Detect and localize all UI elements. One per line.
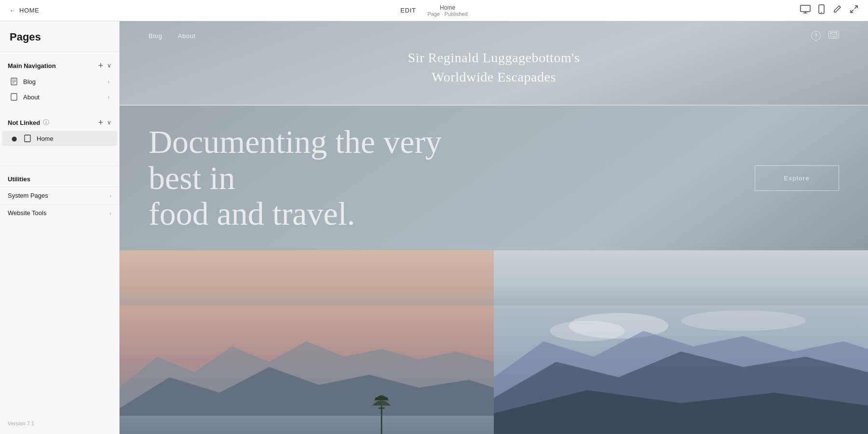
mountain-silhouette-left (120, 305, 494, 434)
svg-point-15 (550, 321, 624, 341)
main-navigation-actions: + ∨ (98, 61, 111, 70)
blog-page-icon (10, 78, 18, 85)
preview-image-right (494, 250, 868, 434)
preview-mail-icon[interactable] (828, 31, 839, 39)
main-navigation-section: Main Navigation + ∨ Blog › (0, 52, 119, 108)
not-linked-info-icon[interactable]: ⓘ (43, 118, 49, 127)
preview-nav: Blog About ? (120, 21, 868, 50)
website-tools-label: Website Tools (8, 209, 46, 217)
preview-search-icon[interactable]: ? (811, 31, 821, 41)
sidebar-item-blog-chevron: › (108, 79, 109, 84)
mobile-view-icon[interactable] (818, 4, 825, 16)
home-active-dot: ⬤ (10, 136, 18, 141)
main-navigation-add-button[interactable]: + (98, 61, 103, 70)
preview-site-title: Sir Reginald Luggagebottom's Worldwide E… (408, 48, 580, 86)
utilities-section: Utilities System Pages › Website Tools › (0, 165, 119, 221)
sidebar-title: Pages (0, 21, 119, 52)
preview-site-title-line2: Worldwide Escapades (408, 68, 580, 86)
preview-nav-about[interactable]: About (178, 32, 196, 40)
not-linked-add-button[interactable]: + (98, 118, 103, 127)
topbar-center: EDIT Home Page · Published (400, 4, 467, 17)
preview-hero-text: Documenting the very best in food and tr… (149, 124, 486, 232)
preview-header-divider (120, 105, 868, 106)
not-linked-actions: + ∨ (98, 118, 111, 127)
sidebar-item-about-left: About (10, 93, 40, 101)
preview-hero-line1: Documenting the very best in (149, 124, 486, 196)
preview-explore-button[interactable]: Explore (755, 165, 839, 191)
home-page-icon (23, 135, 32, 142)
desktop-view-icon[interactable] (800, 5, 811, 16)
main-navigation-chevron-icon[interactable]: ∨ (107, 62, 111, 69)
edit-mode-icon[interactable] (832, 4, 842, 16)
system-pages-chevron-icon: › (109, 193, 111, 199)
website-tools-chevron-icon: › (109, 210, 111, 216)
preview-images (120, 250, 868, 434)
sidebar-item-home[interactable]: ⬤ Home (2, 131, 117, 146)
svg-rect-10 (25, 135, 30, 142)
not-linked-label: Not Linked (8, 119, 40, 126)
content-area: Blog About ? Sir Reginald Luggagebottom'… (120, 21, 868, 434)
preview-hero-line2: food and travel. (149, 196, 486, 232)
sidebar-item-home-left: ⬤ Home (10, 135, 54, 142)
main-navigation-header: Main Navigation + ∨ (0, 59, 119, 74)
back-home-label[interactable]: HOME (19, 7, 40, 14)
main-navigation-label: Main Navigation (8, 62, 56, 69)
preview-nav-links: Blog About (149, 32, 196, 40)
preview-image-left (120, 250, 494, 434)
preview-site-title-line1: Sir Reginald Luggagebottom's (408, 48, 580, 67)
sidebar-item-website-tools[interactable]: Website Tools › (0, 204, 119, 221)
sidebar-item-about[interactable]: About › (2, 89, 117, 105)
preview-nav-icons: ? (811, 31, 839, 41)
main-layout: Pages Main Navigation + ∨ Blog › (0, 21, 868, 434)
sidebar-item-blog-label: Blog (23, 78, 36, 85)
preview-hero: Documenting the very best in food and tr… (120, 106, 868, 250)
sidebar-item-about-label: About (23, 94, 40, 101)
not-linked-section: Not Linked ⓘ + ∨ ⬤ Home (0, 108, 119, 150)
svg-rect-0 (800, 5, 810, 12)
svg-rect-9 (11, 94, 17, 100)
sidebar-item-system-pages[interactable]: System Pages › (0, 187, 119, 204)
edit-label[interactable]: EDIT (400, 7, 416, 14)
not-linked-chevron-icon[interactable]: ∨ (107, 119, 111, 126)
sidebar-item-blog-left: Blog (10, 78, 36, 85)
about-page-icon (10, 93, 18, 101)
not-linked-title-row: Not Linked ⓘ (8, 118, 49, 127)
page-name: Home (428, 4, 468, 11)
website-preview: Blog About ? Sir Reginald Luggagebottom'… (120, 21, 868, 434)
sidebar: Pages Main Navigation + ∨ Blog › (0, 21, 120, 434)
mountain-silhouette-right (494, 305, 868, 434)
svg-point-16 (681, 311, 806, 331)
back-arrow-icon: ← (10, 7, 15, 14)
expand-icon[interactable] (850, 5, 858, 16)
spacer (0, 150, 119, 162)
topbar: ← HOME EDIT Home Page · Published (0, 0, 868, 21)
topbar-left: ← HOME (10, 7, 40, 14)
sidebar-item-blog[interactable]: Blog › (2, 74, 117, 89)
page-status: Page · Published (428, 11, 468, 17)
svg-point-4 (821, 12, 822, 13)
sidebar-item-home-label: Home (37, 135, 54, 142)
system-pages-label: System Pages (8, 192, 48, 199)
topbar-right (800, 4, 858, 16)
utilities-label: Utilities (0, 174, 119, 187)
sidebar-item-about-chevron: › (108, 94, 109, 100)
preview-header: Blog About ? Sir Reginald Luggagebottom'… (120, 21, 868, 106)
topbar-page-info: Home Page · Published (428, 4, 468, 17)
version-label: Version 7.1 (0, 413, 119, 434)
not-linked-header: Not Linked ⓘ + ∨ (0, 116, 119, 131)
preview-nav-blog[interactable]: Blog (149, 32, 163, 40)
